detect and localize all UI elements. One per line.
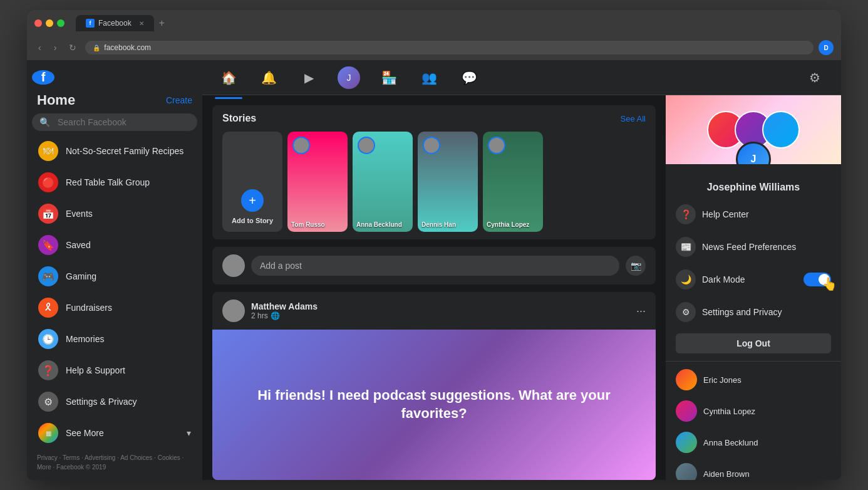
tab-label: Facebook [98,19,132,28]
story-bg-4: Cynthia Lopez [483,132,543,232]
story-card-1[interactable]: Tom Russo [287,132,348,232]
sidebar-icon-events: 📅 [38,204,58,224]
news-feed-item[interactable]: 📰 News Feed Preferences [666,231,841,263]
story-avatar-3 [423,137,440,154]
story-card-3[interactable]: Dennis Han [418,132,478,232]
sidebar-label-events: Events [66,209,93,219]
story-card-4[interactable]: Cynthia Lopez [483,132,543,232]
dark-mode-toggle-wrapper: 👆 [803,273,831,286]
sidebar-footer: Privacy · Terms · Advertising · Ad Choic… [32,448,197,477]
sidebar-item-help[interactable]: ❓ Help & Support [32,355,197,385]
post-username: Matthew Adams [251,301,318,311]
sidebar-label-memories: Memories [66,334,104,344]
stories-row: + Add to Story Tom Russo [222,132,646,232]
post-composer: Add a post 📷 [212,247,656,284]
nav-home-button[interactable]: 🏠 [215,64,242,91]
create-button[interactable]: Create [166,95,192,105]
sidebar-item-gaming[interactable]: 🎮 Gaming [32,261,197,291]
tab-close-button[interactable]: ✕ [139,20,144,27]
divider [666,361,841,362]
sidebar-item-red-table[interactable]: 🔴 Red Table Talk Group [32,167,197,197]
new-tab-button[interactable]: + [159,18,165,29]
url-bar[interactable]: 🔒 facebook.com [85,41,814,55]
add-story-card[interactable]: + Add to Story [222,132,282,232]
nav-settings-button[interactable]: ⚙ [801,64,829,91]
story-name-3: Dennis Han [421,221,474,228]
right-panel: J Josephine Williams ❓ Help Center 📰 New… [666,95,841,480]
post-image: Hi friends! I need podcast suggestions. … [212,330,656,480]
sidebar-title: Home [37,92,75,108]
nav-messenger-button[interactable]: 💬 [455,64,483,91]
friend-avatar-aiden [676,463,697,480]
friend-avatar-eric [676,369,697,390]
sidebar-icon-red-table: 🔴 [38,172,58,192]
post-input[interactable]: Add a post [251,256,619,276]
story-avatar-4 [488,137,505,154]
minimize-window-button[interactable] [46,19,53,27]
story-name-4: Cynthia Lopez [487,221,539,228]
nav-notifications-button[interactable]: 🔔 [255,64,282,91]
nav-profile-button[interactable]: J [335,64,363,91]
sidebar-label-help: Help & Support [66,365,125,375]
friend-item-aiden[interactable]: Aiden Brown [666,458,841,480]
search-input[interactable] [58,117,190,127]
dark-mode-row[interactable]: 🌙 Dark Mode 👆 [666,263,841,296]
friend-item-eric[interactable]: Eric Jones [666,364,841,395]
search-icon: 🔍 [39,117,50,127]
logout-button[interactable]: Log Out [676,333,831,353]
settings-privacy-label: Settings and Privacy [702,307,782,317]
maximize-window-button[interactable] [57,19,65,27]
photo-upload-button[interactable]: 📷 [626,256,646,276]
see-more-row[interactable]: ▦ See More ▾ [32,418,197,448]
reload-button[interactable]: ↻ [65,41,80,54]
help-center-item[interactable]: ❓ Help Center [666,198,841,231]
sidebar-item-fundraisers[interactable]: 🎗 Fundraisers [32,293,197,323]
story-card-2[interactable]: Anna Becklund [353,132,413,232]
stories-header: Stories See All [222,113,646,124]
sidebar-item-memories[interactable]: 🕒 Memories [32,324,197,354]
post-image-text: Hi friends! I need podcast suggestions. … [212,374,656,435]
post-time: 2 hrs [251,311,268,320]
friend-avatar-cynthia [676,400,697,422]
sidebar-label-red-table: Red Table Talk Group [66,177,150,187]
nav-marketplace-button[interactable]: 🏪 [375,64,403,91]
sidebar-label-recipes: Not-So-Secret Family Recipes [66,146,183,156]
facebook-logo: f [32,70,54,85]
sidebar-label-settings: Settings & Privacy [66,397,137,407]
banner-person-3 [762,111,800,149]
post-more-button[interactable]: ··· [636,305,646,318]
nav-watch-button[interactable]: ▶ [295,64,323,91]
sidebar-icon-recipes: 🍽 [38,141,58,161]
forward-button[interactable]: › [50,41,61,54]
browser-window: f Facebook ✕ + ‹ › ↻ 🔒 facebook.com D f … [27,10,841,480]
facebook-app: f Home Create 🔍 🍽 Not-So-Secret Family R… [27,60,841,480]
sidebar-header: Home Create [32,92,197,108]
friend-name-anna: Anna Becklund [703,438,758,447]
settings-privacy-item[interactable]: ⚙ Settings and Privacy [666,296,841,328]
post-header: Matthew Adams 2 hrs 🌐 ··· [212,292,656,330]
see-all-button[interactable]: See All [621,114,646,123]
sidebar-label-saved: Saved [66,240,91,250]
sidebar-item-settings[interactable]: ⚙ Settings & Privacy [32,387,197,417]
sidebar-item-saved[interactable]: 🔖 Saved [32,230,197,260]
close-window-button[interactable] [34,19,42,27]
left-sidebar: f Home Create 🔍 🍽 Not-So-Secret Family R… [27,60,202,480]
nav-groups-button[interactable]: 👥 [415,64,443,91]
story-avatar-1 [292,137,310,154]
sidebar-item-not-so-secret[interactable]: 🍽 Not-So-Secret Family Recipes [32,136,197,166]
friend-item-cynthia[interactable]: Cynthia Lopez [666,395,841,427]
sidebar-item-search[interactable]: 🔍 [32,113,197,131]
sidebar-icon-help: ❓ [38,360,58,380]
facebook-page: 🏠 🔔 ▶ J 🏪 👥 💬 ⚙ Stories [202,60,841,480]
active-tab[interactable]: f Facebook ✕ [76,15,154,31]
stories-section: Stories See All + Add to Story [212,105,656,239]
sidebar-icon-memories: 🕒 [38,329,58,349]
sidebar-icon-settings: ⚙ [38,392,58,412]
friend-avatar-anna [676,432,697,453]
sidebar-item-events[interactable]: 📅 Events [32,199,197,229]
top-nav: 🏠 🔔 ▶ J 🏪 👥 💬 ⚙ [202,60,841,95]
back-button[interactable]: ‹ [34,41,45,54]
friend-item-anna[interactable]: Anna Becklund [666,427,841,458]
friend-name-eric: Eric Jones [703,375,741,385]
browser-user-avatar[interactable]: D [819,40,834,55]
